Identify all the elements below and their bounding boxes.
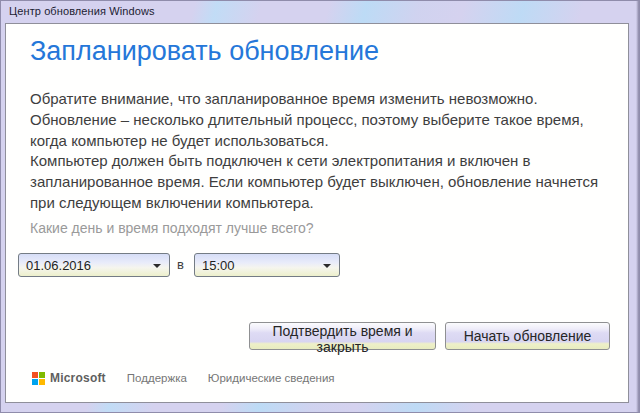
start-update-button[interactable]: Начать обновление	[445, 322, 610, 350]
window-right-edge	[636, 1, 639, 412]
microsoft-wordmark: Microsoft	[50, 371, 106, 385]
support-link[interactable]: Поддержка	[127, 372, 187, 384]
schedule-separator-label: в	[177, 253, 184, 277]
footer: Microsoft Поддержка Юридические сведения	[32, 370, 335, 386]
legal-link[interactable]: Юридические сведения	[208, 372, 335, 384]
power-paragraph: Компьютер должен быть подключен к сети э…	[30, 150, 620, 213]
date-dropdown[interactable]: 01.06.2016	[18, 253, 170, 277]
window-title: Центр обновления Windows	[9, 5, 155, 17]
question-label: Какие день и время подходят лучше всего?	[30, 220, 314, 236]
notice-paragraph: Обратите внимание, что запланированное в…	[30, 88, 620, 151]
dropdown-arrow-icon	[153, 264, 161, 268]
dialog-content: Запланировать обновление Обратите вниман…	[5, 23, 629, 403]
time-dropdown[interactable]: 15:00	[194, 253, 340, 277]
dropdown-arrow-icon	[323, 264, 331, 268]
confirm-time-close-button[interactable]: Подтвердить время и закрыть	[249, 322, 436, 350]
date-value: 01.06.2016	[26, 258, 91, 273]
page-title: Запланировать обновление	[30, 36, 379, 67]
title-bar: Центр обновления Windows	[1, 1, 639, 23]
update-center-window: Центр обновления Windows Запланировать о…	[0, 0, 640, 413]
time-value: 15:00	[202, 258, 235, 273]
microsoft-logo-icon	[32, 372, 45, 385]
microsoft-brand: Microsoft	[32, 371, 106, 385]
